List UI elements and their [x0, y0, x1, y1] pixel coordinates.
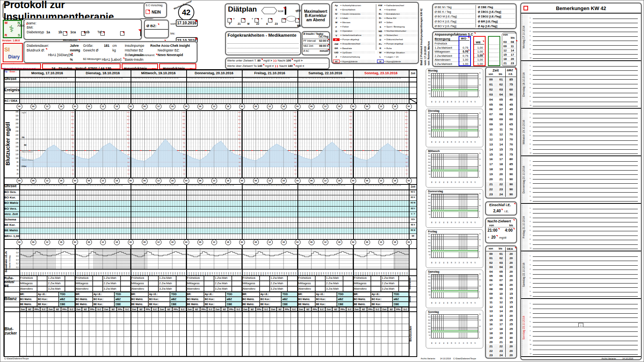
- bilanz-cell-label[interactable]: BR:: [75, 292, 93, 297]
- kcal-input[interactable]: [285, 7, 286, 15]
- date-from[interactable]: 17.10.2016: [176, 19, 198, 27]
- bemerkungen-line[interactable]: [533, 274, 638, 275]
- bemerkungen-line[interactable]: [533, 231, 638, 231]
- ereignis-row-main[interactable]: [186, 87, 242, 94]
- data-row[interactable]: [75, 212, 131, 217]
- data-row[interactable]: [353, 200, 409, 206]
- folge-line-2[interactable]: [228, 44, 299, 48]
- bilanz-cell-label[interactable]: BE Kor.:: [315, 302, 337, 307]
- dea-table-row[interactable]: 202130: [486, 340, 516, 344]
- data-row[interactable]: [186, 195, 242, 200]
- dea-table-row[interactable]: 192030: [486, 336, 516, 340]
- von-value[interactable]: 09: [503, 44, 508, 48]
- diaet-slot-checkbox-M[interactable]: [255, 18, 259, 22]
- zeit-table-row[interactable]: 060745: [486, 107, 516, 112]
- bilanz-cell-label[interactable]: Ap i.E.:: [37, 292, 59, 297]
- bilanz-sum-cell[interactable]: TDD: [393, 292, 409, 297]
- dea-table-row[interactable]: 000120: [486, 252, 516, 256]
- bemerkungen-line[interactable]: [533, 278, 638, 279]
- bilanz-cell-label[interactable]: BO Mahlz.: [186, 297, 204, 302]
- meal-value-cell[interactable]: [343, 286, 353, 292]
- data-row[interactable]: [242, 217, 297, 222]
- dea-table-row[interactable]: 080915: [486, 287, 516, 291]
- bilanz-cell-label[interactable]: BO Kor.:: [260, 297, 281, 302]
- bemerkungen-line[interactable]: [533, 27, 638, 28]
- bemerkungen-line[interactable]: [533, 227, 638, 227]
- bilanz-cell-label[interactable]: Ap i.E.:: [260, 292, 281, 297]
- bemerkungen-line[interactable]: [533, 75, 638, 75]
- bemerkungen-line[interactable]: [533, 50, 638, 50]
- blutzucker-entry-grid[interactable]: [19, 311, 75, 356]
- von-value[interactable]: 12: [503, 49, 508, 52]
- dea-table-row[interactable]: 151625: [486, 318, 516, 322]
- data-row[interactable]: [186, 217, 242, 222]
- data-row[interactable]: [353, 212, 409, 217]
- dea-table-row[interactable]: 101115: [486, 296, 516, 300]
- blutzucker-entry-grid[interactable]: [353, 311, 409, 356]
- data-row[interactable]: [186, 212, 242, 217]
- data-row[interactable]: [353, 217, 409, 222]
- bemerkungen-line[interactable]: [533, 304, 638, 304]
- bilanz-cell-label[interactable]: BO Mahlz.: [131, 297, 148, 302]
- bilanz-cell-label[interactable]: BE Mahlz.: [186, 302, 204, 307]
- bemerkungen-line[interactable]: [533, 287, 638, 288]
- data-row[interactable]: [186, 234, 242, 239]
- unter-zielwert-value[interactable]: 80: [257, 59, 262, 62]
- data-row[interactable]: [353, 234, 409, 239]
- dea-table-row[interactable]: 181930: [486, 331, 516, 335]
- bis-value[interactable]: 08: [511, 40, 514, 44]
- data-row[interactable]: [19, 200, 75, 206]
- bemerkungen-line[interactable]: [533, 244, 638, 245]
- bemerkungen-line[interactable]: [533, 161, 638, 162]
- ereignis-row-main[interactable]: [131, 87, 186, 94]
- data-row[interactable]: [353, 195, 409, 200]
- ac-dea-row[interactable]: [186, 98, 242, 103]
- von-value[interactable]: 03: [503, 40, 517, 44]
- zeit-table-row[interactable]: 070855: [486, 112, 516, 117]
- data-row[interactable]: [242, 190, 297, 195]
- ereignis-row-main[interactable]: [297, 87, 353, 94]
- bilanz-cell-label[interactable]: BO Mahlz.: [297, 297, 315, 302]
- bilanz-sum-cell[interactable]: øBZ: [393, 297, 409, 302]
- bemerkungen-line[interactable]: [533, 66, 638, 67]
- data-row[interactable]: [75, 234, 131, 239]
- bemerkungen-line[interactable]: [533, 70, 638, 71]
- meal-value-cell[interactable]: [260, 275, 270, 281]
- bilanz-cell-label[interactable]: BR:: [242, 292, 260, 297]
- bis-value[interactable]: 17: [511, 53, 514, 56]
- bemerkungen-line[interactable]: [533, 45, 638, 46]
- meal-value-cell[interactable]: [287, 281, 297, 286]
- bemerkungen-line[interactable]: [533, 166, 638, 166]
- dea-table-row[interactable]: 121315: [486, 305, 516, 309]
- data-row[interactable]: [131, 212, 186, 217]
- bilanz-cell-label[interactable]: BO Kor.:: [371, 297, 393, 302]
- meal-value-cell[interactable]: [371, 275, 381, 281]
- typ-1a-checkbox[interactable]: [63, 31, 67, 36]
- data-row[interactable]: [19, 195, 75, 200]
- meal-value-cell[interactable]: [399, 281, 409, 286]
- bemerkungen-line[interactable]: [533, 327, 638, 327]
- bilanz-cell-label[interactable]: BR:: [186, 292, 204, 297]
- meal-value-cell[interactable]: [148, 286, 158, 292]
- data-row[interactable]: [19, 228, 75, 233]
- bemerkungen-line[interactable]: [533, 236, 638, 236]
- data-row[interactable]: [353, 228, 409, 233]
- meal-value-cell[interactable]: [287, 275, 297, 281]
- zeit-table-row[interactable]: 181990: [486, 167, 516, 172]
- data-row[interactable]: [242, 212, 297, 217]
- bemerkungen-line[interactable]: [533, 341, 638, 341]
- bilanz-cell-label[interactable]: BO Mahlz.: [19, 297, 37, 302]
- data-row[interactable]: [131, 217, 186, 222]
- bemerkungen-line[interactable]: [533, 84, 638, 84]
- data-row[interactable]: [75, 217, 131, 222]
- bemerkungen-line[interactable]: [533, 222, 638, 222]
- zeit-table-row[interactable]: 030450: [486, 92, 516, 97]
- bilanz-sum-cell[interactable]: ΣBE: [281, 302, 297, 307]
- bemerkungen-line[interactable]: [533, 127, 638, 127]
- meal-value-cell[interactable]: [65, 275, 75, 281]
- zeit-table-row[interactable]: 080960: [486, 117, 516, 122]
- zeit-table-row[interactable]: 131470: [486, 142, 516, 147]
- blutzucker-entry-grid[interactable]: [242, 311, 297, 356]
- bemerkungen-line[interactable]: [533, 183, 638, 184]
- bemerkungen-line[interactable]: [533, 102, 638, 102]
